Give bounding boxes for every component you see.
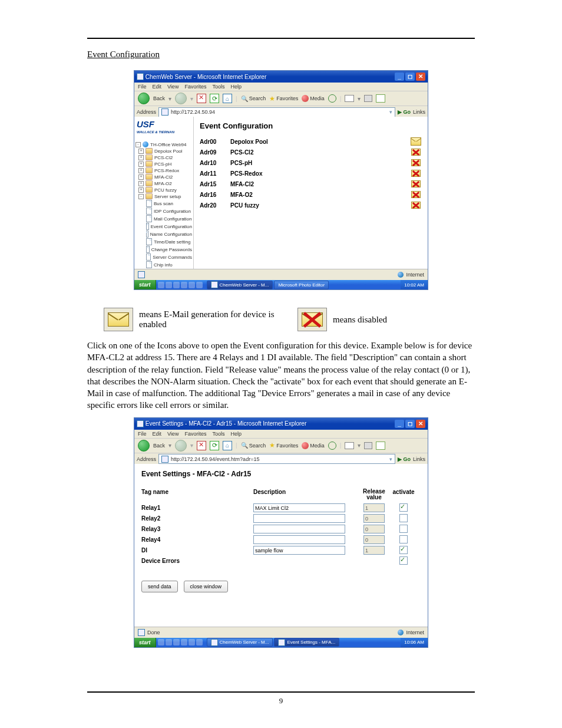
links-label[interactable]: Links	[413, 109, 425, 115]
back-button-label[interactable]: Back	[153, 443, 165, 449]
history-icon[interactable]	[328, 442, 336, 450]
minimize-button[interactable]: _	[395, 73, 404, 81]
tree-folder[interactable]: +Depolox Pool	[135, 148, 192, 154]
release-value-input[interactable]	[363, 514, 385, 523]
go-button[interactable]: ▶ Go	[398, 109, 411, 115]
media-button[interactable]: Media	[302, 442, 325, 449]
menu-file[interactable]: File	[138, 84, 147, 90]
activate-checkbox[interactable]	[399, 525, 408, 533]
quick-launch[interactable]	[156, 282, 204, 288]
description-input[interactable]	[253, 546, 345, 555]
menu-view[interactable]: View	[167, 84, 178, 90]
start-button[interactable]: start	[134, 280, 156, 289]
description-input[interactable]	[253, 535, 345, 544]
refresh-icon[interactable]: ⟳	[210, 94, 219, 103]
links-label[interactable]: Links	[413, 456, 425, 462]
taskbar-task[interactable]: Microsoft Photo Editor	[274, 281, 329, 289]
home-icon[interactable]: ⌂	[223, 94, 232, 103]
close-window-button[interactable]: close window	[184, 581, 229, 592]
menu-view[interactable]: View	[167, 431, 178, 437]
tree-folder[interactable]: +MFA-Cl2	[135, 174, 192, 180]
tree-leaf[interactable]: Change Passwords	[135, 246, 192, 253]
envelope-disabled-icon[interactable]	[411, 201, 421, 209]
quick-launch[interactable]	[156, 639, 204, 645]
search-button[interactable]: Search	[241, 442, 266, 449]
close-button[interactable]: ✕	[416, 73, 425, 81]
release-value-input[interactable]	[363, 525, 385, 533]
tree-folder[interactable]: +PCS-Redox	[135, 167, 192, 174]
forward-button-icon[interactable]	[175, 440, 187, 452]
favorites-button[interactable]: Favorites	[269, 442, 298, 449]
menu-edit[interactable]: Edit	[153, 431, 162, 437]
menu-tools[interactable]: Tools	[212, 431, 224, 437]
envelope-disabled-icon[interactable]	[411, 180, 421, 188]
tree-folder[interactable]: +PCU fuzzy	[135, 187, 192, 193]
print-icon[interactable]	[364, 442, 372, 449]
tree-leaf[interactable]: Server Commands	[135, 253, 192, 261]
minimize-button[interactable]: _	[395, 420, 404, 428]
close-button[interactable]: ✕	[416, 420, 425, 428]
menu-file[interactable]: File	[138, 431, 147, 437]
menu-help[interactable]: Help	[230, 431, 242, 437]
print-icon[interactable]	[364, 95, 372, 102]
tree-leaf[interactable]: Chip info	[135, 261, 192, 269]
tree-leaf[interactable]: Event Configuration	[135, 223, 192, 230]
edit-icon[interactable]	[376, 442, 385, 450]
description-input[interactable]	[253, 525, 345, 533]
history-icon[interactable]	[328, 94, 336, 103]
taskbar-task[interactable]: ChemWeb Server - M...	[207, 638, 273, 647]
menu-favorites[interactable]: Favorites	[184, 84, 206, 90]
activate-checkbox[interactable]	[399, 546, 408, 554]
refresh-icon[interactable]: ⟳	[210, 441, 219, 450]
description-input[interactable]	[253, 503, 345, 512]
envelope-disabled-icon[interactable]	[411, 148, 421, 156]
menu-favorites[interactable]: Favorites	[184, 431, 206, 437]
tree-leaf[interactable]: Time/Date setting	[135, 238, 192, 246]
release-value-input[interactable]	[363, 503, 385, 512]
activate-checkbox[interactable]	[399, 503, 408, 512]
favorites-button[interactable]: Favorites	[269, 95, 298, 103]
edit-icon[interactable]	[376, 94, 385, 103]
forward-button-icon[interactable]	[175, 93, 187, 104]
maximize-button[interactable]: ◻	[405, 420, 415, 428]
envelope-disabled-icon[interactable]	[411, 169, 421, 177]
release-value-input[interactable]	[363, 535, 385, 544]
mail-icon[interactable]	[345, 95, 354, 102]
address-input[interactable]: http://172.24.50.94/event.htm?adr=15▾	[158, 454, 395, 464]
tree-leaf[interactable]: Mail Configuration	[135, 215, 192, 223]
description-input[interactable]	[253, 514, 345, 523]
tree-folder[interactable]: +PCS-Cl2	[135, 154, 192, 161]
go-button[interactable]: ▶ Go	[398, 456, 411, 462]
search-button[interactable]: Search	[241, 95, 266, 102]
send-data-button[interactable]: send data	[141, 581, 178, 592]
taskbar-task[interactable]: Event Settings - MFA...	[274, 638, 339, 647]
stop-icon[interactable]	[197, 94, 206, 103]
home-icon[interactable]: ⌂	[223, 441, 232, 450]
release-value-input[interactable]	[363, 546, 385, 555]
menu-edit[interactable]: Edit	[153, 84, 162, 90]
mail-icon[interactable]	[345, 442, 354, 449]
tree-leaf[interactable]: Name Configuration	[135, 230, 192, 238]
media-button[interactable]: Media	[302, 95, 325, 102]
menu-help[interactable]: Help	[230, 84, 242, 90]
activate-checkbox[interactable]	[399, 556, 408, 565]
activate-checkbox[interactable]	[399, 535, 408, 543]
envelope-disabled-icon[interactable]	[411, 190, 421, 199]
tree-leaf[interactable]: IDP Configuration	[135, 207, 192, 215]
start-button[interactable]: start	[134, 638, 156, 647]
tree-leaf[interactable]: Bus scan	[135, 200, 192, 207]
maximize-button[interactable]: ◻	[405, 73, 415, 81]
taskbar-task[interactable]: ChemWeb Server - M...	[207, 281, 273, 289]
menu-tools[interactable]: Tools	[212, 84, 224, 90]
envelope-enabled-icon[interactable]	[411, 137, 421, 146]
tree-folder[interactable]: +MFA-O2	[135, 180, 192, 187]
envelope-disabled-icon[interactable]	[411, 159, 421, 167]
back-button-label[interactable]: Back	[153, 95, 165, 101]
address-input[interactable]: http://172.24.50.94▾	[158, 107, 395, 117]
back-button-icon[interactable]	[138, 440, 150, 452]
tree-root[interactable]: -TH-Office Web94	[135, 141, 192, 148]
activate-checkbox[interactable]	[399, 514, 408, 522]
back-button-icon[interactable]	[138, 93, 150, 104]
tree-folder[interactable]: +PCS-pH	[135, 161, 192, 167]
stop-icon[interactable]	[197, 441, 206, 450]
